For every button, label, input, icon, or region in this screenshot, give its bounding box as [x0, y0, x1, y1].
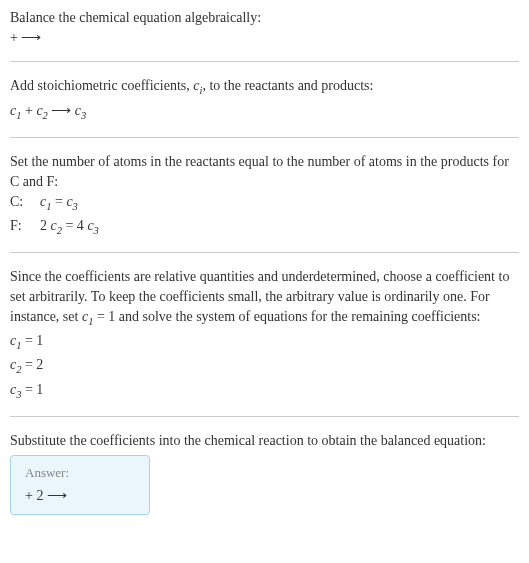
set-c1: c1 — [82, 309, 93, 324]
row-f: F: 2 c2 = 4 c3 — [10, 216, 519, 238]
f-eq: = 4 — [62, 218, 87, 233]
solve-post: and solve the system of equations for th… — [115, 309, 480, 324]
section-stoichiometric: Add stoichiometric coefficients, ci, to … — [10, 76, 519, 123]
c3: c3 — [75, 103, 86, 118]
answer-equation: + 2 ⟶ — [25, 486, 135, 506]
divider — [10, 252, 519, 253]
f-lhs: c2 — [51, 218, 62, 233]
divider — [10, 61, 519, 62]
c-rhs: c3 — [66, 194, 77, 209]
solve-text: Since the coefficients are relative quan… — [10, 267, 519, 329]
label-f: F: — [10, 216, 40, 238]
r1-var: c1 — [10, 333, 21, 348]
r2-var: c2 — [10, 357, 21, 372]
f-rhs-sub: 3 — [94, 225, 99, 236]
result-c1: c1 = 1 — [10, 331, 519, 353]
section-balance-intro: Balance the chemical equation algebraica… — [10, 8, 519, 47]
stoich-pre: Add stoichiometric coefficients, — [10, 78, 193, 93]
divider — [10, 416, 519, 417]
answer-label: Answer: — [25, 464, 135, 482]
answer-pre: + 2 — [25, 488, 47, 503]
r3-var: c3 — [10, 382, 21, 397]
arrow-icon: ⟶ — [21, 29, 41, 45]
answer-box: Answer: + 2 ⟶ — [10, 455, 150, 515]
c1: c1 — [10, 103, 21, 118]
r1-val: = 1 — [21, 333, 43, 348]
plus1: + — [21, 103, 36, 118]
arrow2: ⟶ — [48, 103, 75, 118]
set-eq: = 1 — [93, 309, 115, 324]
row-c: C: c1 = c3 — [10, 192, 519, 214]
c3-sub: 3 — [81, 109, 86, 120]
intro-eq-pre: + — [10, 30, 21, 45]
stoich-equation: c1 + c2 ⟶ c3 — [10, 101, 519, 123]
intro-equation: + ⟶ — [10, 28, 519, 48]
r2-val: = 2 — [21, 357, 43, 372]
f-rhs: c3 — [87, 218, 98, 233]
label-c: C: — [10, 192, 40, 214]
result-c3: c3 = 1 — [10, 380, 519, 402]
divider — [10, 137, 519, 138]
result-c2: c2 = 2 — [10, 355, 519, 377]
arrow-icon: ⟶ — [47, 487, 67, 503]
section-substitute: Substitute the coefficients into the che… — [10, 431, 519, 514]
intro-line1: Balance the chemical equation algebraica… — [10, 8, 519, 28]
eq-c: c1 = c3 — [40, 192, 78, 214]
c-eq: = — [51, 194, 66, 209]
substitute-text: Substitute the coefficients into the che… — [10, 431, 519, 451]
c-lhs: c1 — [40, 194, 51, 209]
stoich-text: Add stoichiometric coefficients, ci, to … — [10, 76, 519, 98]
stoich-post: , to the reactants and products: — [202, 78, 373, 93]
eq-f: 2 c2 = 4 c3 — [40, 216, 99, 238]
r3-val: = 1 — [21, 382, 43, 397]
f-lhs-coef: 2 — [40, 218, 51, 233]
atom-balance-text: Set the number of atoms in the reactants… — [10, 152, 519, 191]
section-solve: Since the coefficients are relative quan… — [10, 267, 519, 402]
section-atom-balance: Set the number of atoms in the reactants… — [10, 152, 519, 238]
c-rhs-sub: 3 — [73, 201, 78, 212]
c2: c2 — [36, 103, 47, 118]
